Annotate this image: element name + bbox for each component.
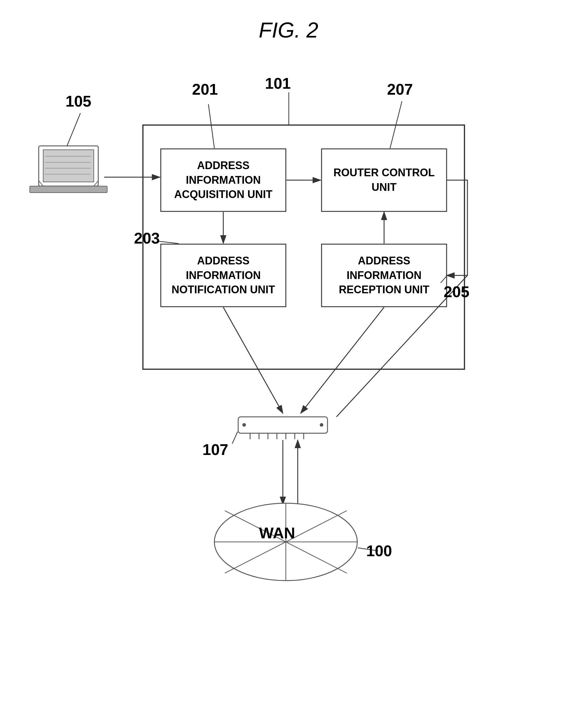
ref-207: 207 — [387, 80, 413, 98]
svg-line-43 — [390, 101, 402, 148]
svg-line-20 — [94, 181, 98, 186]
svg-line-44 — [158, 241, 179, 243]
svg-point-35 — [214, 503, 357, 581]
svg-rect-6 — [321, 244, 447, 307]
svg-rect-5 — [161, 244, 286, 307]
svg-line-41 — [208, 104, 214, 148]
svg-line-45 — [441, 276, 447, 283]
diagram-container: FIG. 2 — [0, 0, 577, 728]
svg-line-12 — [301, 307, 384, 413]
svg-rect-16 — [39, 146, 98, 186]
svg-line-46 — [232, 432, 238, 444]
svg-rect-4 — [321, 149, 447, 211]
box-201-label: ADDRESS INFORMATION ACQUISITION UNIT — [161, 149, 286, 211]
figure-title: FIG. 2 — [259, 18, 318, 42]
svg-rect-18 — [30, 186, 107, 193]
svg-line-19 — [39, 181, 43, 186]
svg-rect-3 — [161, 149, 286, 211]
svg-rect-25 — [238, 417, 327, 433]
ref-101: 101 — [265, 74, 291, 92]
ref-205: 205 — [444, 283, 470, 301]
svg-line-11 — [223, 307, 283, 413]
box-207-label: ROUTER CONTROL UNIT — [321, 149, 447, 211]
wan-label: WAN — [259, 524, 295, 542]
box-203-label: ADDRESS INFORMATION NOTIFICATION UNIT — [161, 244, 286, 307]
ref-201: 201 — [192, 80, 218, 98]
ref-107: 107 — [203, 441, 228, 459]
ref-203: 203 — [134, 229, 160, 247]
svg-line-39 — [225, 511, 347, 573]
svg-point-34 — [320, 423, 323, 427]
svg-line-38 — [225, 511, 347, 573]
ref-105: 105 — [65, 92, 91, 110]
box-205-label: ADDRESS INFORMATION RECEPTION UNIT — [321, 244, 447, 307]
svg-line-40 — [67, 113, 80, 146]
svg-point-33 — [242, 423, 246, 427]
svg-rect-2 — [143, 125, 465, 369]
ref-100: 100 — [366, 542, 392, 560]
svg-rect-17 — [43, 150, 94, 182]
